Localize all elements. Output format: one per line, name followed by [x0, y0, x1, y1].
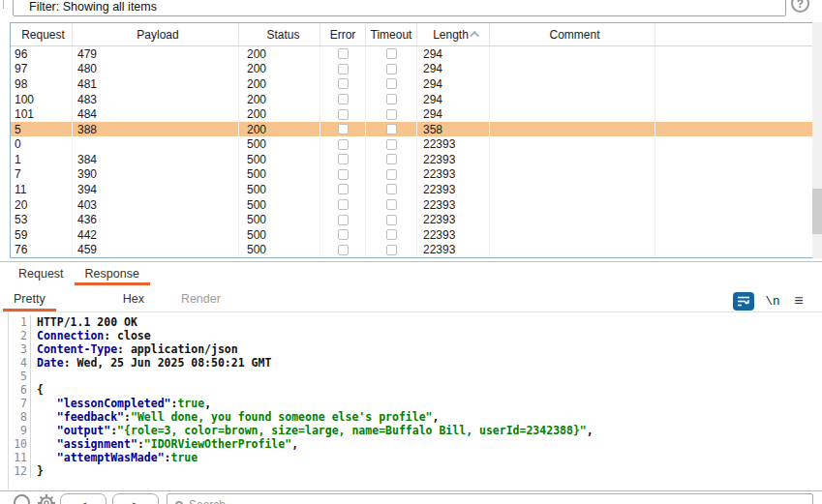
- cell-request: 98: [11, 76, 73, 92]
- error-checkbox[interactable]: [338, 215, 349, 225]
- column-header-request[interactable]: Request: [11, 23, 73, 45]
- table-row[interactable]: 7645950022393: [11, 243, 812, 258]
- cell-filler: [655, 212, 812, 227]
- table-row[interactable]: 138450022393: [11, 152, 812, 167]
- cell-request: 20: [11, 197, 73, 213]
- error-checkbox[interactable]: [338, 78, 349, 89]
- error-checkbox[interactable]: [338, 48, 349, 59]
- cell-error: [320, 197, 366, 213]
- cell-error: [320, 167, 366, 183]
- search-input[interactable]: Search: [167, 493, 813, 504]
- cell-timeout: [366, 92, 417, 107]
- cell-error: [320, 136, 366, 152]
- column-header-label: Status: [266, 28, 299, 42]
- column-header-label: Length: [433, 28, 469, 42]
- response-editor[interactable]: 1HTTP/1.1 200 OK2Connection: close3Conte…: [8, 315, 814, 489]
- column-header-comment[interactable]: Comment: [490, 23, 655, 45]
- tab-render[interactable]: Render: [170, 288, 231, 311]
- panel-splitter[interactable]: [0, 261, 822, 262]
- table-row[interactable]: 97480200294: [11, 62, 812, 77]
- cell-request: 101: [11, 106, 73, 122]
- code-line: 6{: [8, 383, 814, 397]
- timeout-checkbox[interactable]: [386, 169, 397, 180]
- timeout-checkbox[interactable]: [386, 94, 397, 104]
- help-icon[interactable]: ?: [791, 0, 809, 13]
- search-settings-gear-icon[interactable]: [37, 493, 56, 504]
- table-row[interactable]: 050022393: [11, 136, 812, 152]
- error-checkbox[interactable]: [338, 229, 349, 240]
- timeout-checkbox[interactable]: [386, 184, 397, 194]
- error-checkbox[interactable]: [338, 169, 349, 180]
- timeout-checkbox[interactable]: [386, 109, 397, 120]
- cell-timeout: [366, 167, 417, 183]
- cell-comment: [490, 76, 655, 92]
- table-row[interactable]: 96479200294: [11, 46, 812, 62]
- timeout-checkbox[interactable]: [386, 245, 397, 255]
- cell-status: 500: [239, 227, 320, 243]
- code-text: }: [31, 464, 44, 478]
- tab-request[interactable]: Request: [8, 264, 75, 285]
- timeout-checkbox[interactable]: [386, 139, 397, 150]
- column-header-length[interactable]: Length: [417, 23, 490, 45]
- viewer-menu-icon[interactable]: ≡: [788, 291, 809, 311]
- table-row[interactable]: 739050022393: [11, 167, 812, 183]
- cell-comment: [490, 106, 655, 122]
- timeout-checkbox[interactable]: [386, 64, 397, 74]
- timeout-checkbox[interactable]: [386, 48, 397, 59]
- cell-request: 100: [11, 92, 73, 107]
- cell-length: 22393: [417, 152, 490, 167]
- error-checkbox[interactable]: [338, 184, 349, 194]
- cell-payload: 442: [73, 227, 239, 243]
- tab-pretty[interactable]: Pretty: [3, 288, 56, 311]
- error-checkbox[interactable]: [338, 139, 349, 150]
- timeout-checkbox[interactable]: [386, 229, 397, 240]
- error-checkbox[interactable]: [338, 199, 349, 210]
- error-checkbox[interactable]: [338, 245, 349, 255]
- tab-response[interactable]: Response: [75, 264, 150, 285]
- cell-timeout: [366, 212, 417, 227]
- line-number: 2: [8, 329, 31, 342]
- match-count-icon[interactable]: [14, 494, 30, 504]
- show-newlines-toggle[interactable]: \n: [761, 293, 784, 310]
- line-number: 1: [8, 315, 31, 329]
- error-checkbox[interactable]: [338, 154, 349, 164]
- error-checkbox[interactable]: [338, 64, 349, 74]
- timeout-checkbox[interactable]: [386, 78, 397, 89]
- filter-bar[interactable]: Filter: Showing all items: [13, 0, 786, 16]
- table-row[interactable]: 100483200294: [11, 92, 812, 107]
- table-row[interactable]: 2040350022393: [11, 197, 812, 213]
- error-checkbox[interactable]: [338, 124, 349, 134]
- error-checkbox[interactable]: [338, 109, 349, 120]
- cell-payload: 481: [73, 76, 239, 92]
- cell-error: [320, 76, 366, 92]
- prev-match-button[interactable]: <: [60, 493, 107, 504]
- scrollbar-thumb[interactable]: [812, 189, 822, 234]
- cell-status: 500: [239, 136, 320, 152]
- cell-error: [320, 152, 366, 167]
- tab-hex[interactable]: Hex: [112, 288, 155, 311]
- column-header-status[interactable]: Status: [239, 23, 320, 45]
- next-match-button[interactable]: >: [112, 493, 159, 504]
- cell-payload: 459: [73, 243, 239, 258]
- column-header-payload[interactable]: Payload: [73, 23, 239, 45]
- table-row-selected[interactable]: 5388200358: [11, 122, 812, 137]
- vertical-scrollbar[interactable]: [812, 22, 822, 258]
- word-wrap-toggle-icon[interactable]: [733, 292, 754, 311]
- timeout-checkbox[interactable]: [386, 215, 397, 225]
- table-row[interactable]: 5944250022393: [11, 227, 812, 243]
- column-header-timeout[interactable]: Timeout: [366, 23, 417, 45]
- tabs-divider: [0, 311, 822, 312]
- table-row[interactable]: 101484200294: [11, 106, 812, 122]
- timeout-checkbox[interactable]: [386, 199, 397, 210]
- timeout-checkbox[interactable]: [386, 124, 397, 134]
- error-checkbox[interactable]: [338, 94, 349, 104]
- table-row[interactable]: 98481200294: [11, 76, 812, 92]
- table-row[interactable]: 5343650022393: [11, 212, 812, 227]
- table-row[interactable]: 1139450022393: [11, 182, 812, 197]
- timeout-checkbox[interactable]: [386, 154, 397, 164]
- cell-timeout: [366, 122, 417, 137]
- cell-timeout: [366, 182, 417, 197]
- cell-error: [320, 182, 366, 197]
- cell-length: 22393: [417, 197, 490, 213]
- column-header-error[interactable]: Error: [320, 23, 366, 45]
